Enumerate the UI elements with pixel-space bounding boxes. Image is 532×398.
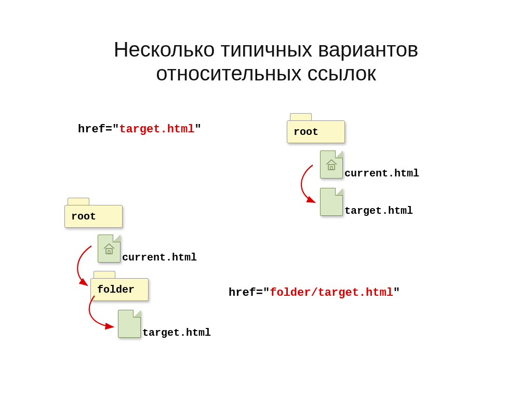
page-title: Несколько типичных вариантов относительн… <box>0 37 532 85</box>
href2-suffix: " <box>393 286 400 299</box>
dogear-icon <box>113 235 121 242</box>
href-example-2: href="folder/target.html" <box>229 286 400 299</box>
arrow-right <box>291 161 327 213</box>
arrow-left-2 <box>85 293 127 337</box>
folder-root-right: root <box>287 113 345 144</box>
folder-body: root <box>64 205 123 228</box>
title-line1: Несколько типичных вариантов <box>114 38 419 61</box>
href2-prefix: href=" <box>229 286 270 299</box>
slide: Несколько типичных вариантов относительн… <box>0 0 532 398</box>
folder-label: root <box>294 126 318 138</box>
dogear-icon <box>133 310 141 318</box>
href-example-1: href="target.html" <box>78 123 202 136</box>
href1-value: target.html <box>119 123 194 136</box>
dogear-icon <box>335 150 343 158</box>
arrow-left-1 <box>71 243 102 292</box>
svg-rect-0 <box>328 164 335 170</box>
file-label-target-left: target.html <box>142 327 211 339</box>
href1-prefix: href=" <box>78 123 119 136</box>
file-label-current-left: current.html <box>122 252 197 264</box>
folder-root-left: root <box>64 198 123 229</box>
href2-value: folder/target.html <box>270 286 393 299</box>
file-label-current-right: current.html <box>344 168 419 180</box>
href1-suffix: " <box>194 123 201 136</box>
title-line2: относительных ссылок <box>156 62 376 85</box>
file-label-target-right: target.html <box>344 205 413 217</box>
folder-label: root <box>71 211 96 223</box>
svg-rect-2 <box>106 249 112 254</box>
dogear-icon <box>335 188 343 196</box>
house-icon <box>103 242 115 255</box>
svg-rect-1 <box>330 167 332 170</box>
folder-body: root <box>287 120 345 143</box>
svg-rect-3 <box>108 251 110 254</box>
